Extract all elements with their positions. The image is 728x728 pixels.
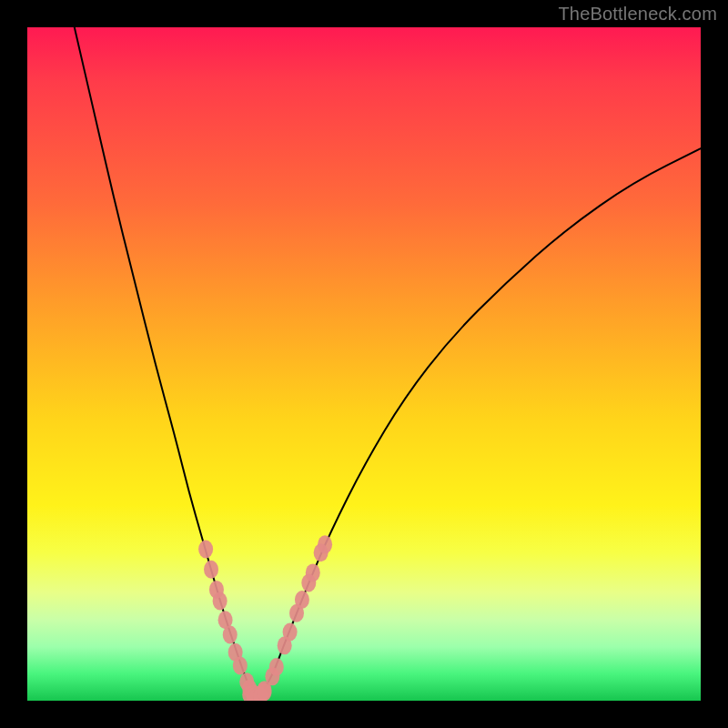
marker-point (233, 657, 248, 675)
marker-point (213, 592, 228, 610)
chart-svg (27, 27, 701, 701)
marker-point (204, 561, 218, 579)
series-group (75, 27, 701, 701)
marker-point (257, 682, 271, 701)
marker-point (295, 591, 309, 609)
marker-point (223, 625, 238, 643)
curve-right-branch (257, 148, 701, 697)
watermark-text: TheBottleneck.com (558, 4, 717, 25)
marker-point (283, 623, 298, 642)
marker-point (306, 563, 320, 581)
curve-left-branch (75, 27, 257, 697)
outer-frame: TheBottleneck.com (0, 0, 728, 728)
marker-point (198, 541, 213, 559)
marker-point (269, 658, 284, 676)
marker-point (318, 535, 332, 553)
plot-area (27, 27, 701, 701)
